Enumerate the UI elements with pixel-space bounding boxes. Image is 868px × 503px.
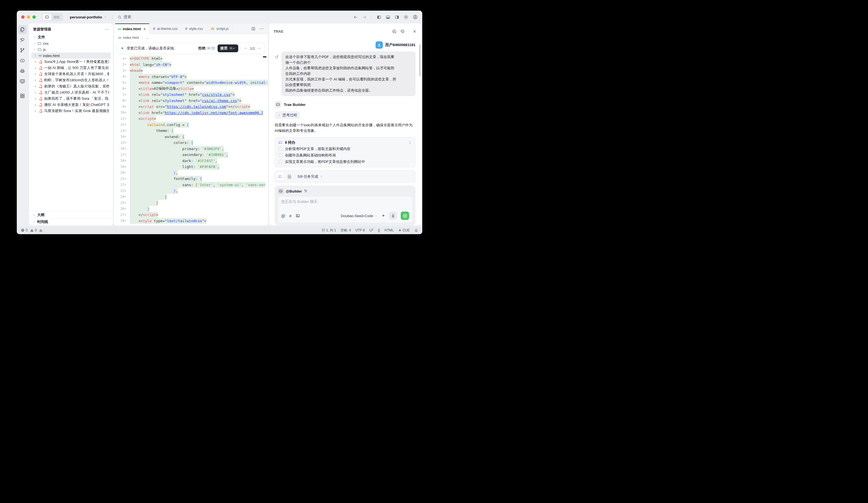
close-tab-icon[interactable]: × bbox=[143, 27, 146, 31]
code-line[interactable]: 8+ <link rel="stylesheet" href="css/ai-t… bbox=[114, 98, 268, 104]
todo-item[interactable]: 分析现有PDF文章，提取主题和关键内容 bbox=[278, 146, 412, 152]
minimize-window-button[interactable] bbox=[27, 15, 30, 19]
task-progress-bar[interactable]: 5/8 任务完成 bbox=[275, 170, 415, 183]
code-line[interactable]: 25+ } bbox=[114, 200, 268, 206]
previous-change-icon[interactable] bbox=[244, 46, 247, 50]
voice-input-button[interactable] bbox=[389, 212, 397, 220]
code-line[interactable]: 18+ dark: '#1F2937', bbox=[114, 158, 268, 164]
code-line[interactable]: 17+ secondary: '#10B981', bbox=[114, 152, 268, 158]
code-line[interactable]: 21+ fontFamily: { bbox=[114, 176, 268, 182]
file-index-html[interactable]: <> index.html bbox=[31, 53, 111, 59]
nav-back-icon[interactable] bbox=[353, 15, 358, 20]
tab-style-css[interactable]: # style.css bbox=[182, 23, 207, 34]
activitybar-explorer[interactable] bbox=[18, 25, 27, 34]
code-line[interactable]: 27+ </script> bbox=[114, 212, 268, 218]
close-panel-icon[interactable] bbox=[412, 29, 417, 33]
outline-section[interactable]: 大纲 bbox=[29, 211, 113, 218]
todo-checkbox[interactable] bbox=[278, 147, 282, 151]
stop-send-button[interactable] bbox=[401, 211, 409, 220]
code-line[interactable]: 28+ <style type="text/tailwindcss"> bbox=[114, 218, 268, 224]
breadcrumb[interactable]: <> index.html ... bbox=[114, 34, 268, 41]
context-hash-icon[interactable]: # bbox=[289, 213, 291, 218]
activitybar-debug[interactable] bbox=[18, 66, 27, 75]
account-icon[interactable] bbox=[413, 14, 418, 20]
split-editor-icon[interactable] bbox=[251, 27, 256, 31]
mention-icon[interactable]: @ bbox=[281, 213, 285, 218]
new-chat-icon[interactable] bbox=[392, 29, 396, 34]
code-line[interactable]: 2+<html lang="zh-CN"> bbox=[114, 62, 268, 68]
expand-tasks-icon[interactable] bbox=[320, 175, 323, 178]
activitybar-preview[interactable] bbox=[18, 56, 27, 65]
stats-podium-icon[interactable] bbox=[39, 228, 43, 232]
code-line[interactable]: 4+ <meta charset="UTF-8"> bbox=[114, 74, 268, 80]
todo-checkbox[interactable] bbox=[278, 159, 282, 164]
project-switcher[interactable]: personal-portfolio bbox=[70, 15, 107, 19]
document-icon[interactable] bbox=[287, 174, 292, 179]
file-pdf[interactable]: 马斯克硬刚 Sora！实测 Grok 最新视频生... bbox=[31, 108, 111, 114]
ide-mode-switch[interactable]: IDE bbox=[42, 13, 63, 21]
timeline-section[interactable]: 时间线 bbox=[29, 218, 113, 225]
tools-icon[interactable] bbox=[304, 189, 308, 193]
next-change-icon[interactable] bbox=[258, 46, 261, 50]
errors-status[interactable]: 0 bbox=[21, 228, 28, 232]
code-line[interactable]: 6+ <title>AI编辑作品集</title> bbox=[114, 86, 268, 92]
bracket-setting[interactable]: {} bbox=[378, 228, 380, 232]
cursor-position[interactable]: 行 1, 列 1 bbox=[322, 228, 336, 233]
code-line[interactable]: 13+ theme: { bbox=[114, 128, 268, 134]
code-line[interactable]: 7+ <link rel="stylesheet" href="css/styl… bbox=[114, 92, 268, 98]
code-line[interactable]: 16+ primary: '#3B82F6', bbox=[114, 146, 268, 152]
file-pdf[interactable]: 微软 AI 全家桶大更新！复刻 ChatGPT 浏... bbox=[31, 102, 111, 108]
cue-toggle[interactable]: CUE bbox=[398, 228, 410, 232]
tab-script-js[interactable]: JS script.js bbox=[207, 23, 232, 34]
code-line[interactable]: 24+ } bbox=[114, 194, 268, 200]
explorer-more-icon[interactable] bbox=[105, 27, 109, 32]
eol-setting[interactable]: LF bbox=[369, 228, 373, 232]
warnings-status[interactable]: 0 bbox=[30, 228, 37, 232]
chat-scrollbar-thumb[interactable] bbox=[419, 44, 421, 76]
file-pdf[interactable]: 刚刚，宇树发布180cm仿生人形机器人！... bbox=[31, 77, 111, 83]
file-pdf[interactable]: 全球首个家务机器人开卖！月租3600，拿... bbox=[31, 71, 111, 77]
model-selector[interactable]: Doubao-Seed-Code bbox=[341, 214, 378, 218]
file-pdf[interactable]: 刷屏的《海贼王》真人版片场花絮，居然... bbox=[31, 83, 111, 90]
restore-checkpoint-icon[interactable]: ↺ bbox=[275, 54, 279, 96]
code-line[interactable]: 9+ <script src="https://cdn.tailwindcss.… bbox=[114, 104, 268, 110]
accept-changes-button[interactable]: 接受 ⌘↵ bbox=[218, 44, 238, 52]
code-line[interactable]: 20+ }, bbox=[114, 170, 268, 176]
activitybar-source-control[interactable] bbox=[18, 46, 27, 55]
thinking-process-toggle[interactable]: 思考过程 bbox=[275, 111, 300, 119]
attach-image-icon[interactable] bbox=[296, 213, 300, 218]
enhance-prompt-icon[interactable]: ✦ bbox=[381, 213, 385, 218]
activitybar-search[interactable] bbox=[18, 35, 27, 44]
file-pdf[interactable]: 一副 AI 眼镜，让 500 万盲人有了重见光明... bbox=[31, 65, 111, 71]
task-list-button[interactable] bbox=[276, 172, 285, 181]
code-line[interactable]: 26+ } bbox=[114, 206, 268, 212]
code-line[interactable]: 11+ <script> bbox=[114, 116, 268, 122]
reject-changes-button[interactable]: 拒绝 ⌘⌫ bbox=[198, 46, 215, 51]
toggle-right-panel-icon[interactable] bbox=[395, 15, 399, 20]
editor-more-icon[interactable] bbox=[259, 27, 264, 31]
chat-input-box[interactable]: 您正在与 Builder 聊天 @ # Doubao-Seed-Code ✦ bbox=[277, 196, 413, 223]
code-line[interactable]: 3+<head> bbox=[114, 67, 268, 74]
toggle-left-panel-icon[interactable] bbox=[377, 15, 381, 20]
code-line[interactable]: 15+ colors: { bbox=[114, 140, 268, 146]
todo-item[interactable]: 创建作品集网站基础结构和布局 bbox=[278, 152, 412, 158]
nav-forward-icon[interactable] bbox=[362, 15, 367, 20]
activitybar-remote[interactable] bbox=[18, 77, 27, 86]
files-section-header[interactable]: 文件 bbox=[31, 34, 111, 40]
close-window-button[interactable] bbox=[21, 15, 24, 19]
global-search-button[interactable]: 搜索 bbox=[117, 14, 131, 20]
code-line[interactable]: 5+ <meta name="viewport" content="width=… bbox=[114, 80, 268, 86]
file-pdf[interactable]: 如果我死了，请不要用 Sora 「复活」我.pdf bbox=[31, 96, 111, 102]
file-pdf[interactable]: Sora冲上App Store第一！奥特曼紧急更新... bbox=[31, 59, 111, 65]
file-pdf[interactable]: 大厂裁员 14000 人背后真相：AI 干不了你... bbox=[31, 90, 111, 96]
code-line[interactable]: 14+ extend: { bbox=[114, 134, 268, 140]
notifications-bell-icon[interactable] bbox=[414, 228, 418, 232]
language-mode[interactable]: HTML bbox=[384, 228, 394, 232]
todo-item[interactable]: 实现文章展示功能，将PDF文章信息整合到网站中 bbox=[278, 158, 412, 165]
collapse-icon[interactable] bbox=[408, 140, 412, 145]
settings-gear-icon[interactable] bbox=[404, 14, 409, 20]
todo-checkbox[interactable] bbox=[278, 153, 282, 157]
indent-setting[interactable]: 空格: 4 bbox=[341, 228, 351, 233]
history-icon[interactable] bbox=[400, 29, 405, 34]
folder-js[interactable]: js bbox=[31, 46, 111, 53]
